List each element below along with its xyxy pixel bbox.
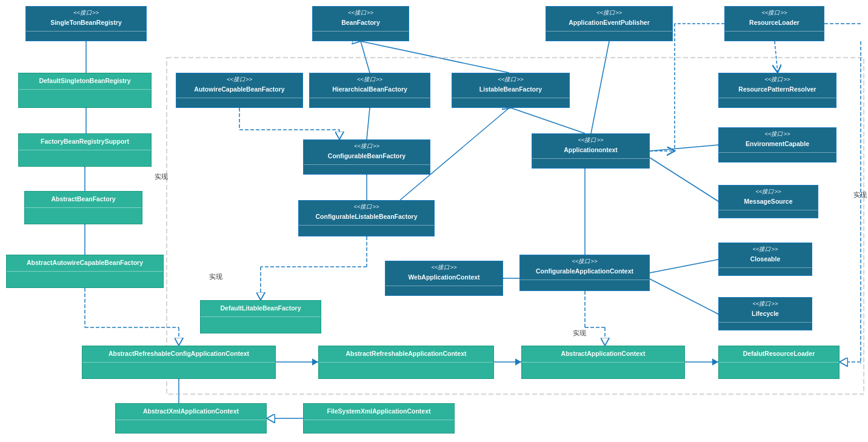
- node-AbstractAutowireCapableBeanFactory: AbstractAutowireCapableBeanFactory: [6, 255, 164, 288]
- node-BeanFactory: <<接口>>BeanFactory: [312, 6, 409, 41]
- node-stereotype: <<接口>>: [302, 203, 430, 211]
- node-EnvironmentCapable: <<接口>>EnvironmentCapable: [718, 127, 836, 162]
- node-title: SingleTonBeanRegistry: [30, 18, 142, 27]
- svg-text:实现: 实现: [573, 329, 586, 337]
- node-title: EnvironmentCapable: [723, 139, 832, 149]
- svg-line-11: [361, 41, 509, 73]
- node-FactoryBeanRegistrySupport: FactoryBeanRegistrySupport: [18, 133, 152, 167]
- node-title: AbstractXmlApplicationContext: [119, 406, 262, 416]
- node-title: AbstractAutowireCapableBeanFactory: [10, 258, 159, 267]
- node-HierarchicalBeanFactory: <<接口>>HierarchicalBeanFactory: [309, 73, 430, 108]
- node-title: ResourcePatternResolver: [723, 84, 832, 94]
- node-DefaultLitableBeanFactory: DefaultLitableBeanFactory: [200, 300, 321, 333]
- node-title: AbstractBeanFactory: [28, 194, 138, 204]
- node-title: Closeable: [723, 254, 808, 264]
- node-title: HierarchicalBeanFactory: [313, 84, 426, 94]
- node-AbstractXmlApplicationContext: AbstractXmlApplicationContext: [115, 403, 267, 434]
- node-Closeable: <<接口>>Closeable: [718, 243, 812, 276]
- node-ConfigurableListableBeanFactory: <<接口>>ConfigurableListableBeanFactory: [298, 200, 435, 236]
- uml-diagram: 实现 实现 实现 实现 <<接口>>SingleTonBeanRegistry<…: [0, 0, 868, 442]
- svg-line-28: [775, 41, 778, 73]
- node-ConfigurableApplicationContext: <<接口>>ConfigurableApplicationContext: [519, 255, 650, 291]
- node-ConfigurableBeanFactory: <<接口>>ConfigurableBeanFactory: [303, 139, 430, 175]
- node-Lifecycle: <<接口>>Lifecycle: [718, 297, 812, 330]
- node-DefalutResourceLoader: DefalutResourceLoader: [718, 346, 840, 379]
- node-stereotype: <<接口>>: [723, 246, 808, 253]
- node-title: WebApplicationContext: [389, 272, 499, 282]
- node-Applicationontext: <<接口>>Applicationontext: [532, 133, 650, 169]
- svg-line-21: [591, 41, 609, 133]
- node-ResourceLoader: <<接口>>ResourceLoader: [724, 6, 824, 41]
- node-MessageSource: <<接口>>MessageSource: [718, 185, 818, 218]
- node-stereotype: <<接口>>: [316, 9, 405, 17]
- node-title: DefaultSingletonBeanRegistry: [22, 76, 147, 85]
- node-title: AbstractRefreshableApplicationContext: [322, 349, 490, 358]
- node-stereotype: <<接口>>: [524, 258, 646, 266]
- node-title: MessageSource: [723, 196, 814, 206]
- node-stereotype: <<接口>>: [180, 76, 299, 84]
- node-title: BeanFactory: [316, 18, 405, 27]
- node-stereotype: <<接口>>: [389, 264, 499, 272]
- node-AbstractRefreshableConfigApplicationContext: AbstractRefreshableConfigApplicationCont…: [82, 346, 276, 379]
- node-title: Lifecycle: [723, 309, 808, 318]
- svg-text:实现: 实现: [209, 273, 222, 280]
- node-stereotype: <<接口>>: [723, 76, 832, 84]
- node-title: AbstractApplicationContext: [526, 349, 681, 358]
- node-WebApplicationContext: <<接口>>WebApplicationContext: [385, 261, 503, 296]
- node-title: DefalutResourceLoader: [723, 349, 835, 358]
- node-title: AutowireCapableBeanFactory: [180, 84, 299, 94]
- node-stereotype: <<接口>>: [536, 136, 646, 144]
- svg-line-35: [650, 279, 718, 314]
- node-title: Applicationontext: [536, 145, 646, 155]
- node-stereotype: <<接口>>: [550, 9, 669, 17]
- node-title: FileSystemXmlApplicationContext: [307, 406, 450, 416]
- node-title: AbstractRefreshableConfigApplicationCont…: [86, 349, 272, 358]
- node-title: ApplicationEventPublisher: [550, 18, 669, 27]
- node-stereotype: <<接口>>: [723, 300, 808, 308]
- node-stereotype: <<接口>>: [307, 142, 426, 150]
- svg-line-10: [361, 41, 370, 73]
- svg-line-34: [650, 260, 718, 273]
- node-title: ConfigurableBeanFactory: [307, 151, 426, 161]
- node-title: FactoryBeanRegistrySupport: [22, 136, 147, 146]
- node-AbstractRefreshableApplicationContext: AbstractRefreshableApplicationContext: [318, 346, 494, 379]
- svg-line-12: [367, 108, 370, 139]
- node-stereotype: <<接口>>: [313, 76, 426, 84]
- svg-line-22: [511, 108, 585, 133]
- svg-rect-41: [167, 58, 864, 394]
- node-AutowireCapableBeanFactory: <<接口>>AutowireCapableBeanFactory: [176, 73, 303, 108]
- node-stereotype: <<接口>>: [456, 76, 566, 84]
- node-AbstractApplicationContext: AbstractApplicationContext: [521, 346, 685, 379]
- node-stereotype: <<接口>>: [729, 9, 820, 17]
- node-SingletonBeanRegistry: <<接口>>SingleTonBeanRegistry: [25, 6, 147, 41]
- node-FileSystemXmlApplicationContext: FileSystemXmlApplicationContext: [303, 403, 455, 434]
- node-ApplicationEventPublisher: <<接口>>ApplicationEventPublisher: [546, 6, 673, 41]
- node-stereotype: <<接口>>: [723, 130, 832, 138]
- node-title: ConfigurableApplicationContext: [524, 266, 646, 276]
- node-title: ListableBeanFactory: [456, 84, 566, 94]
- node-stereotype: <<接口>>: [723, 188, 814, 196]
- node-DefaultSingletonBeanRegistry: DefaultSingletonBeanRegistry: [18, 73, 152, 108]
- node-title: ResourceLoader: [729, 18, 820, 27]
- node-stereotype: <<接口>>: [30, 9, 142, 17]
- svg-text:实现: 实现: [853, 191, 867, 198]
- node-AbstractBeanFactory: AbstractBeanFactory: [24, 191, 142, 224]
- node-ResourcePatternResolver: <<接口>>ResourcePatternResolver: [718, 73, 836, 108]
- svg-line-33: [650, 158, 718, 201]
- node-title: DefaultLitableBeanFactory: [204, 303, 317, 313]
- node-title: ConfigurableListableBeanFactory: [302, 212, 430, 221]
- node-ListableBeanFactory: <<接口>>ListableBeanFactory: [452, 73, 570, 108]
- svg-text:实现: 实现: [155, 173, 168, 180]
- svg-line-32: [650, 145, 718, 151]
